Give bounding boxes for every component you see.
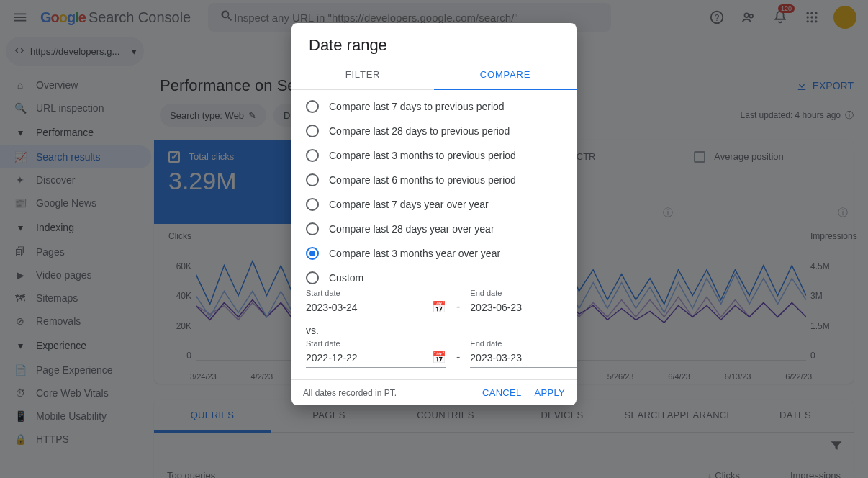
compare-option-1[interactable]: Compare last 28 days to previous period	[306, 125, 562, 137]
compare-option-5[interactable]: Compare last 28 days year over year	[306, 222, 562, 235]
end-date-1-input[interactable]	[470, 302, 577, 313]
start-date-1[interactable]: Start date 📅	[306, 289, 446, 317]
radio-icon	[306, 100, 319, 113]
end-date-2-input[interactable]	[470, 352, 577, 364]
cancel-button[interactable]: CANCEL	[482, 387, 522, 398]
radio-icon	[306, 247, 319, 260]
calendar-icon[interactable]: 📅	[432, 351, 446, 364]
date-range-dialog: Date range FILTER COMPARE Compare last 7…	[291, 23, 577, 405]
start-date-2[interactable]: Start date 📅	[306, 339, 446, 368]
end-date-1[interactable]: End date 📅	[470, 289, 577, 317]
end-date-2[interactable]: End date 📅	[470, 339, 577, 368]
radio-icon	[306, 149, 319, 162]
dialog-scrim[interactable]: Date range FILTER COMPARE Compare last 7…	[0, 0, 868, 478]
radio-icon	[306, 173, 319, 186]
compare-option-3[interactable]: Compare last 6 months to previous period	[306, 173, 562, 186]
radio-icon	[306, 271, 319, 284]
compare-option-0[interactable]: Compare last 7 days to previous period	[306, 100, 562, 113]
radio-icon	[306, 222, 319, 235]
compare-option-4[interactable]: Compare last 7 days year over year	[306, 198, 562, 211]
compare-option-7[interactable]: Custom	[306, 271, 562, 284]
start-date-2-input[interactable]	[306, 352, 432, 364]
radio-icon	[306, 125, 319, 137]
compare-option-6[interactable]: Compare last 3 months year over year	[306, 247, 562, 260]
dialog-tab-compare[interactable]: COMPARE	[434, 60, 577, 90]
start-date-1-input[interactable]	[306, 302, 432, 313]
dialog-tab-filter[interactable]: FILTER	[291, 60, 434, 90]
apply-button[interactable]: APPLY	[535, 387, 565, 398]
dialog-footnote: All dates recorded in PT.	[303, 388, 397, 398]
dash: -	[453, 300, 463, 317]
dash: -	[453, 351, 463, 368]
dialog-title: Date range	[291, 23, 577, 60]
compare-option-2[interactable]: Compare last 3 months to previous period	[306, 149, 562, 162]
radio-icon	[306, 198, 319, 211]
calendar-icon[interactable]: 📅	[432, 300, 446, 314]
vs-label: vs.	[291, 319, 577, 338]
